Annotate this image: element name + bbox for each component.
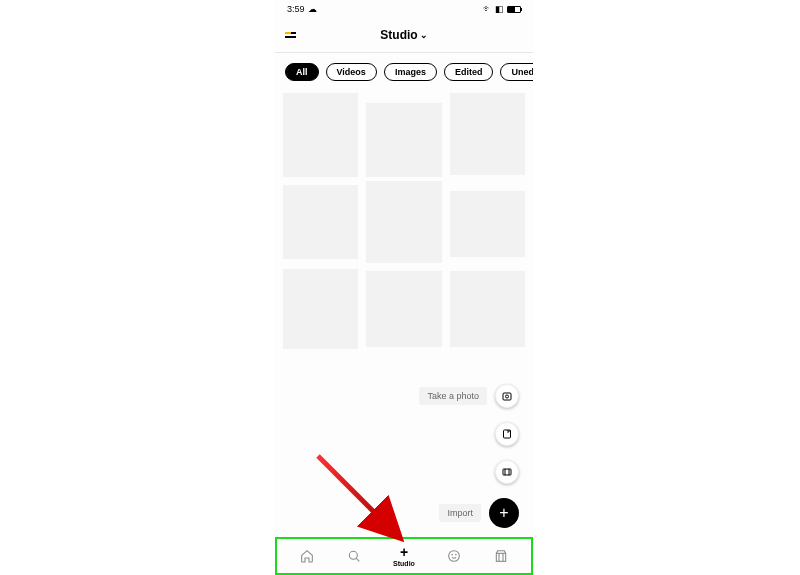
- filter-chip-edited[interactable]: Edited: [444, 63, 494, 81]
- svg-point-8: [449, 551, 460, 562]
- media-tile[interactable]: [283, 185, 358, 259]
- header-title-text: Studio: [380, 28, 417, 42]
- svg-rect-0: [503, 393, 511, 400]
- media-tile[interactable]: [366, 271, 441, 347]
- cloud-icon: ☁: [308, 4, 317, 14]
- filter-chip-videos[interactable]: Videos: [326, 63, 377, 81]
- statusbar-time: 3:59: [287, 4, 305, 14]
- media-tile[interactable]: [366, 181, 441, 263]
- action-label: Take a photo: [419, 387, 487, 405]
- svg-point-10: [456, 554, 457, 555]
- signal-icon: ◧: [495, 4, 504, 14]
- filter-chip-images[interactable]: Images: [384, 63, 437, 81]
- app-header: Studio ⌄: [275, 18, 533, 52]
- svg-rect-11: [497, 553, 506, 561]
- chevron-down-icon: ⌄: [420, 30, 428, 40]
- plus-icon: +: [400, 545, 408, 559]
- bottom-tab-bar: + Studio: [275, 537, 533, 575]
- wifi-icon: ᯤ: [483, 4, 492, 14]
- camera-icon: [495, 384, 519, 408]
- media-tile[interactable]: [450, 191, 525, 257]
- media-tile[interactable]: [283, 93, 358, 177]
- svg-line-7: [356, 558, 359, 561]
- filter-chip-unedited[interactable]: Unedited: [500, 63, 533, 81]
- action-note[interactable]: [495, 422, 519, 446]
- tab-home[interactable]: [299, 548, 315, 564]
- svg-point-9: [452, 554, 453, 555]
- battery-icon: [507, 6, 521, 13]
- media-tile[interactable]: [283, 269, 358, 349]
- plus-icon: +: [489, 498, 519, 528]
- tab-label: Studio: [393, 560, 415, 567]
- action-take-photo[interactable]: Take a photo: [419, 384, 519, 408]
- media-tile[interactable]: [450, 271, 525, 347]
- svg-rect-3: [503, 469, 511, 475]
- tab-search[interactable]: [346, 548, 362, 564]
- phone-frame: 3:59 ☁ ᯤ ◧ Studio ⌄ All Videos Images Ed…: [275, 0, 533, 575]
- media-grid: [275, 89, 533, 349]
- menu-icon[interactable]: [285, 32, 296, 38]
- svg-point-1: [506, 395, 509, 398]
- media-tile[interactable]: [450, 93, 525, 175]
- header-title-button[interactable]: Studio ⌄: [380, 28, 427, 42]
- filter-chip-all[interactable]: All: [285, 63, 319, 81]
- tab-feed[interactable]: [446, 548, 462, 564]
- tab-store[interactable]: [493, 548, 509, 564]
- note-icon: [495, 422, 519, 446]
- film-icon: [495, 460, 519, 484]
- fab-column: Take a photo Import +: [419, 384, 519, 528]
- tab-studio[interactable]: + Studio: [393, 545, 415, 567]
- statusbar: 3:59 ☁ ᯤ ◧: [275, 0, 533, 18]
- svg-point-6: [349, 551, 357, 559]
- action-import[interactable]: Import +: [439, 498, 519, 528]
- action-film[interactable]: [495, 460, 519, 484]
- action-label: Import: [439, 504, 481, 522]
- filter-bar: All Videos Images Edited Unedited P: [275, 53, 533, 89]
- media-tile[interactable]: [366, 103, 441, 177]
